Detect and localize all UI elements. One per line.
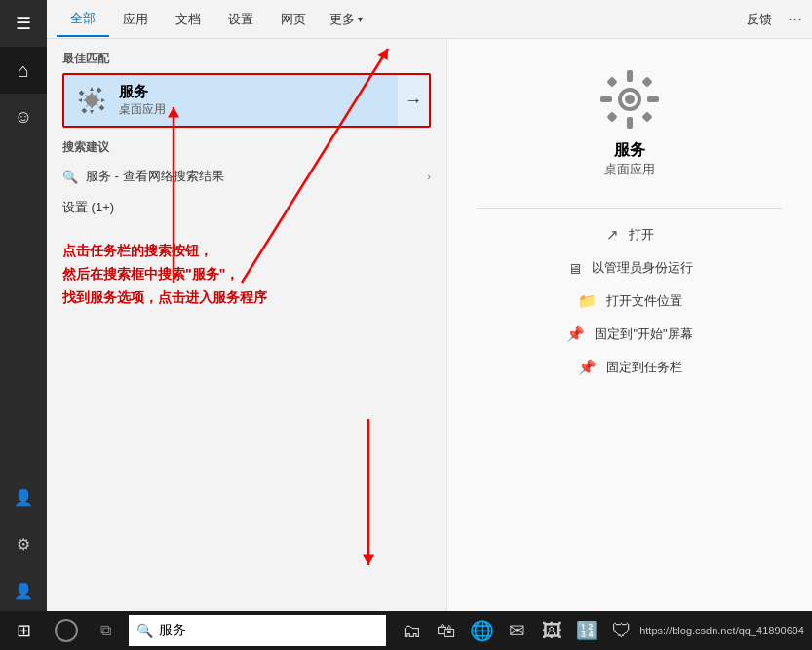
best-match-subtype: 桌面应用 xyxy=(119,101,419,118)
tab-more[interactable]: 更多 ▾ xyxy=(320,3,372,36)
taskbar: ⊞ ⧉ 🔍 服务 🗂 🛍 🌐 ✉ 🖼 🔢 🛡 h xyxy=(0,611,812,650)
suggestion-arrow-icon: › xyxy=(427,171,431,182)
svg-rect-9 xyxy=(641,111,652,122)
svg-rect-11 xyxy=(641,76,652,87)
folder-icon: 📁 xyxy=(578,292,597,310)
pin-start-icon: 📌 xyxy=(566,325,585,343)
taskbar-icon-mail[interactable]: ✉ xyxy=(499,611,534,650)
cortana-button[interactable] xyxy=(47,611,86,650)
service-detail: 服务 桌面应用 ↗ 打开 🖥 以管理员身份运行 📁 打开文件位置 📌 xyxy=(477,58,783,384)
svg-point-3 xyxy=(625,95,635,104)
service-app-icon xyxy=(74,83,109,118)
action-run-admin[interactable]: 🖥 以管理员身份运行 xyxy=(567,251,693,285)
main-area: 全部 应用 文档 设置 网页 更多 ▾ 反馈 ··· 最佳匹配 xyxy=(47,0,812,614)
sidebar: ☰ ⌂ ☺ 👤 ⚙ 👤 xyxy=(0,0,47,614)
admin-icon: 🖥 xyxy=(567,260,582,277)
taskbar-search-icon: 🔍 xyxy=(136,623,153,638)
taskbar-icon-store[interactable]: 🛍 xyxy=(429,611,464,650)
store-icon: 🛍 xyxy=(437,620,456,642)
svg-rect-10 xyxy=(606,111,617,122)
start-button[interactable]: ⊞ xyxy=(0,611,47,650)
more-dots-button[interactable]: ··· xyxy=(788,9,802,29)
task-view-button[interactable]: ⧉ xyxy=(86,611,125,650)
home-button[interactable]: ⌂ xyxy=(0,47,47,94)
chevron-down-icon: ▾ xyxy=(358,14,363,24)
contact-icon: ☺ xyxy=(15,107,32,128)
feedback-button[interactable]: 反馈 xyxy=(747,11,772,28)
action-open[interactable]: ↗ 打开 xyxy=(606,218,654,251)
best-match-text: 服务 桌面应用 xyxy=(119,83,419,118)
content-area: 最佳匹配 xyxy=(47,39,812,614)
service-large-icon xyxy=(599,68,661,131)
search-suggestions-title: 搜索建议 xyxy=(62,139,431,156)
open-icon: ↗ xyxy=(606,226,619,244)
browser-icon: 🌐 xyxy=(470,619,494,642)
taskbar-search-text: 服务 xyxy=(159,622,186,639)
svg-rect-5 xyxy=(627,117,633,129)
contact-button[interactable]: ☺ xyxy=(0,94,47,140)
suggestion-text: 服务 - 查看网络搜索结果 xyxy=(86,168,427,185)
service-name-label: 服务 xyxy=(614,140,645,161)
best-match-arrow-icon: → xyxy=(398,75,429,126)
left-panel: 最佳匹配 xyxy=(47,39,446,614)
action-run-admin-label: 以管理员身份运行 xyxy=(592,259,693,277)
taskbar-icon-calc[interactable]: 🔢 xyxy=(569,611,604,650)
tab-web[interactable]: 网页 xyxy=(267,3,320,36)
user-button[interactable]: 👤 xyxy=(0,474,47,520)
user2-button[interactable]: 👤 xyxy=(0,567,47,614)
svg-rect-8 xyxy=(606,76,617,87)
best-match-title: 最佳匹配 xyxy=(62,51,431,67)
action-open-label: 打开 xyxy=(629,226,654,244)
service-type-label: 桌面应用 xyxy=(604,161,655,178)
taskbar-search-box[interactable]: 🔍 服务 xyxy=(129,615,386,646)
taskbar-icon-security[interactable]: 🛡 xyxy=(604,611,639,650)
tab-settings[interactable]: 设置 xyxy=(214,3,267,36)
tab-all[interactable]: 全部 xyxy=(57,2,109,37)
best-match-item[interactable]: 服务 桌面应用 → xyxy=(62,73,431,128)
action-open-location[interactable]: 📁 打开文件位置 xyxy=(578,285,682,318)
nav-right: 反馈 ··· xyxy=(747,9,802,29)
tab-apps[interactable]: 应用 xyxy=(109,3,162,36)
user2-icon: 👤 xyxy=(14,582,33,600)
settings-icon: ⚙ xyxy=(17,535,30,554)
photos-icon: 🖼 xyxy=(542,620,561,642)
action-pin-taskbar-label: 固定到任务栏 xyxy=(606,359,682,376)
taskbar-right: https://blog.csdn.net/qq_41890694 xyxy=(639,625,812,636)
settings-count-label: 设置 (1+) xyxy=(62,199,431,216)
action-pin-start[interactable]: 📌 固定到"开始"屏幕 xyxy=(566,318,692,351)
action-pin-start-label: 固定到"开始"屏幕 xyxy=(595,325,692,343)
taskbar-icon-ie[interactable]: 🌐 xyxy=(464,611,499,650)
calc-icon: 🔢 xyxy=(576,620,598,641)
windows-icon: ⊞ xyxy=(17,620,31,641)
nav-tabs: 全部 应用 文档 设置 网页 更多 ▾ 反馈 ··· xyxy=(47,0,812,39)
taskbar-icon-photos[interactable]: 🖼 xyxy=(534,611,569,650)
user-icon: 👤 xyxy=(14,488,33,507)
taskbar-icon-explorer[interactable]: 🗂 xyxy=(394,611,429,650)
taskbar-app-icons: 🗂 🛍 🌐 ✉ 🖼 🔢 🛡 xyxy=(394,611,639,650)
svg-rect-4 xyxy=(627,70,633,82)
svg-rect-6 xyxy=(600,96,612,102)
explorer-icon: 🗂 xyxy=(402,620,421,642)
security-icon: 🛡 xyxy=(612,620,632,642)
home-icon: ⌂ xyxy=(18,59,29,82)
hamburger-button[interactable]: ☰ xyxy=(0,0,47,47)
tab-docs[interactable]: 文档 xyxy=(162,3,214,36)
action-pin-taskbar[interactable]: 📌 固定到任务栏 xyxy=(578,351,682,384)
url-label: https://blog.csdn.net/qq_41890694 xyxy=(639,625,804,636)
pin-taskbar-icon: 📌 xyxy=(578,359,597,376)
hamburger-icon: ☰ xyxy=(16,13,31,34)
circle-icon xyxy=(55,619,78,642)
divider xyxy=(477,208,783,209)
annotation-text: 点击任务栏的搜索按钮， 然后在搜索框中搜索"服务"， 找到服务选项，点击进入服务… xyxy=(62,240,431,309)
action-open-location-label: 打开文件位置 xyxy=(606,292,682,310)
search-icon: 🔍 xyxy=(62,170,78,184)
svg-rect-7 xyxy=(647,96,659,102)
search-suggestion-item[interactable]: 🔍 服务 - 查看网络搜索结果 › xyxy=(62,162,431,191)
right-panel: 服务 桌面应用 ↗ 打开 🖥 以管理员身份运行 📁 打开文件位置 📌 xyxy=(446,39,812,614)
mail-icon: ✉ xyxy=(509,619,525,642)
best-match-name: 服务 xyxy=(119,83,419,101)
task-view-icon: ⧉ xyxy=(100,622,111,639)
settings-button[interactable]: ⚙ xyxy=(0,520,47,567)
